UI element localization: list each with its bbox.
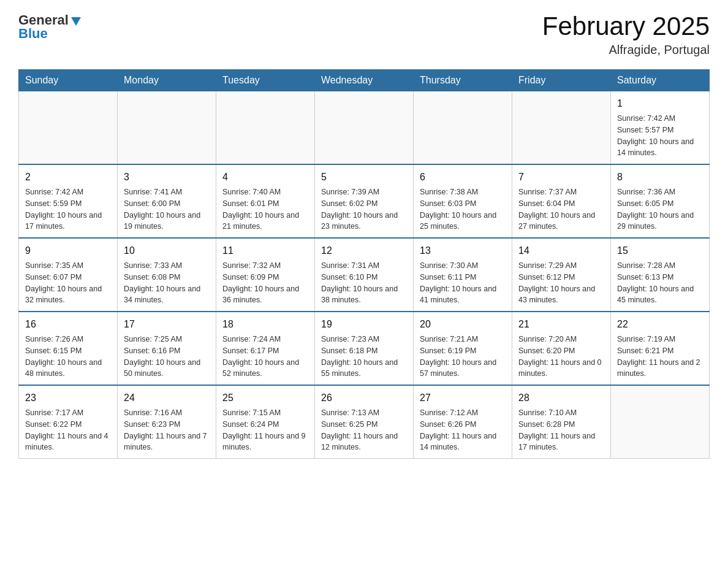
- calendar-cell: 13Sunrise: 7:30 AMSunset: 6:11 PMDayligh…: [414, 238, 512, 312]
- calendar-cell: 28Sunrise: 7:10 AMSunset: 6:28 PMDayligh…: [512, 385, 611, 459]
- day-info: Daylight: 10 hours and 38 minutes.: [321, 283, 407, 307]
- day-info: Sunrise: 7:13 AM: [321, 407, 407, 419]
- day-info: Daylight: 10 hours and 55 minutes.: [321, 357, 407, 380]
- day-number: 18: [222, 317, 308, 332]
- day-info: Daylight: 10 hours and 27 minutes.: [518, 210, 604, 233]
- day-number: 26: [321, 391, 407, 405]
- day-info: Daylight: 10 hours and 34 minutes.: [124, 283, 210, 307]
- day-number: 24: [124, 391, 210, 405]
- day-info: Daylight: 10 hours and 17 minutes.: [25, 210, 111, 233]
- day-info: Sunset: 6:25 PM: [321, 419, 407, 431]
- day-number: 23: [25, 391, 111, 405]
- day-info: Sunset: 6:07 PM: [25, 272, 111, 283]
- day-info: Sunset: 6:11 PM: [420, 272, 506, 283]
- day-info: Sunrise: 7:33 AM: [124, 260, 210, 272]
- day-info: Sunset: 6:20 PM: [518, 345, 604, 357]
- day-info: Sunrise: 7:38 AM: [420, 186, 506, 198]
- calendar-cell: 27Sunrise: 7:12 AMSunset: 6:26 PMDayligh…: [414, 385, 512, 459]
- calendar-cell: 22Sunrise: 7:19 AMSunset: 6:21 PMDayligh…: [611, 312, 710, 385]
- day-info: Daylight: 10 hours and 14 minutes.: [617, 136, 703, 159]
- calendar-subtitle: Alfragide, Portugal: [542, 43, 710, 57]
- day-number: 19: [321, 317, 407, 332]
- day-info: Sunset: 6:26 PM: [420, 419, 506, 431]
- day-info: Sunrise: 7:12 AM: [420, 407, 506, 419]
- day-info: Daylight: 11 hours and 14 minutes.: [420, 431, 506, 454]
- calendar-cell: 19Sunrise: 7:23 AMSunset: 6:18 PMDayligh…: [315, 312, 414, 385]
- calendar-cell: 18Sunrise: 7:24 AMSunset: 6:17 PMDayligh…: [216, 312, 315, 385]
- day-info: Daylight: 11 hours and 9 minutes.: [222, 431, 308, 454]
- day-info: Daylight: 11 hours and 17 minutes.: [518, 431, 604, 454]
- weekday-header: Sunday: [19, 70, 118, 91]
- day-number: 17: [124, 317, 210, 332]
- day-number: 5: [321, 170, 407, 185]
- day-info: Sunset: 6:08 PM: [124, 272, 210, 283]
- calendar-cell: [414, 91, 512, 165]
- day-number: 15: [617, 243, 703, 258]
- day-info: Daylight: 11 hours and 0 minutes.: [518, 357, 604, 380]
- day-number: 4: [222, 170, 308, 185]
- day-info: Sunrise: 7:21 AM: [420, 334, 506, 345]
- day-info: Sunset: 6:22 PM: [25, 419, 111, 431]
- calendar-cell: 17Sunrise: 7:25 AMSunset: 6:16 PMDayligh…: [118, 312, 216, 385]
- day-info: Sunset: 6:15 PM: [25, 345, 111, 357]
- day-number: 16: [25, 317, 111, 332]
- calendar-cell: 25Sunrise: 7:15 AMSunset: 6:24 PMDayligh…: [216, 385, 315, 459]
- day-info: Sunset: 6:02 PM: [321, 198, 407, 210]
- day-info: Sunrise: 7:20 AM: [518, 334, 604, 345]
- day-info: Sunset: 5:59 PM: [25, 198, 111, 210]
- day-info: Daylight: 10 hours and 32 minutes.: [25, 283, 111, 307]
- day-info: Sunrise: 7:10 AM: [518, 407, 604, 419]
- calendar-cell: 10Sunrise: 7:33 AMSunset: 6:08 PMDayligh…: [118, 238, 216, 312]
- day-info: Sunrise: 7:24 AM: [222, 334, 308, 345]
- day-number: 20: [420, 317, 506, 332]
- day-info: Sunrise: 7:19 AM: [617, 334, 703, 345]
- calendar-table: SundayMondayTuesdayWednesdayThursdayFrid…: [18, 69, 710, 459]
- day-info: Daylight: 10 hours and 41 minutes.: [420, 283, 506, 307]
- day-info: Sunset: 6:13 PM: [617, 272, 703, 283]
- day-info: Sunset: 6:16 PM: [124, 345, 210, 357]
- calendar-cell: 9Sunrise: 7:35 AMSunset: 6:07 PMDaylight…: [19, 238, 118, 312]
- day-info: Sunset: 6:00 PM: [124, 198, 210, 210]
- day-info: Daylight: 10 hours and 43 minutes.: [518, 283, 604, 307]
- day-info: Sunset: 6:21 PM: [617, 345, 703, 357]
- calendar-cell: 14Sunrise: 7:29 AMSunset: 6:12 PMDayligh…: [512, 238, 611, 312]
- day-number: 22: [617, 317, 703, 332]
- calendar-cell: 26Sunrise: 7:13 AMSunset: 6:25 PMDayligh…: [315, 385, 414, 459]
- calendar-week-row: 23Sunrise: 7:17 AMSunset: 6:22 PMDayligh…: [19, 385, 710, 459]
- day-number: 28: [518, 391, 604, 405]
- day-info: Daylight: 10 hours and 52 minutes.: [222, 357, 308, 380]
- day-number: 12: [321, 243, 407, 258]
- day-info: Daylight: 10 hours and 21 minutes.: [222, 210, 308, 233]
- logo: General Blue: [18, 12, 82, 42]
- weekday-header: Tuesday: [216, 70, 315, 91]
- day-info: Sunrise: 7:23 AM: [321, 334, 407, 345]
- day-number: 13: [420, 243, 506, 258]
- calendar-cell: [19, 91, 118, 165]
- day-info: Daylight: 10 hours and 36 minutes.: [222, 283, 308, 307]
- weekday-header: Wednesday: [315, 70, 414, 91]
- day-info: Sunrise: 7:35 AM: [25, 260, 111, 272]
- day-number: 27: [420, 391, 506, 405]
- day-info: Daylight: 10 hours and 25 minutes.: [420, 210, 506, 233]
- calendar-cell: 6Sunrise: 7:38 AMSunset: 6:03 PMDaylight…: [414, 164, 512, 238]
- weekday-header: Thursday: [414, 70, 512, 91]
- day-info: Daylight: 11 hours and 4 minutes.: [25, 431, 111, 454]
- day-info: Sunrise: 7:32 AM: [222, 260, 308, 272]
- calendar-week-row: 9Sunrise: 7:35 AMSunset: 6:07 PMDaylight…: [19, 238, 710, 312]
- day-number: 1: [617, 96, 703, 111]
- day-number: 6: [420, 170, 506, 185]
- day-number: 11: [222, 243, 308, 258]
- day-info: Daylight: 11 hours and 2 minutes.: [617, 357, 703, 380]
- svg-marker-0: [71, 17, 81, 26]
- calendar-cell: 15Sunrise: 7:28 AMSunset: 6:13 PMDayligh…: [611, 238, 710, 312]
- calendar-cell: [512, 91, 611, 165]
- day-info: Sunrise: 7:40 AM: [222, 186, 308, 198]
- calendar-week-row: 1Sunrise: 7:42 AMSunset: 5:57 PMDaylight…: [19, 91, 710, 165]
- day-info: Sunset: 6:09 PM: [222, 272, 308, 283]
- day-info: Sunset: 6:04 PM: [518, 198, 604, 210]
- calendar-cell: 12Sunrise: 7:31 AMSunset: 6:10 PMDayligh…: [315, 238, 414, 312]
- day-info: Sunrise: 7:41 AM: [124, 186, 210, 198]
- day-info: Sunset: 6:10 PM: [321, 272, 407, 283]
- calendar-cell: 16Sunrise: 7:26 AMSunset: 6:15 PMDayligh…: [19, 312, 118, 385]
- day-info: Sunrise: 7:28 AM: [617, 260, 703, 272]
